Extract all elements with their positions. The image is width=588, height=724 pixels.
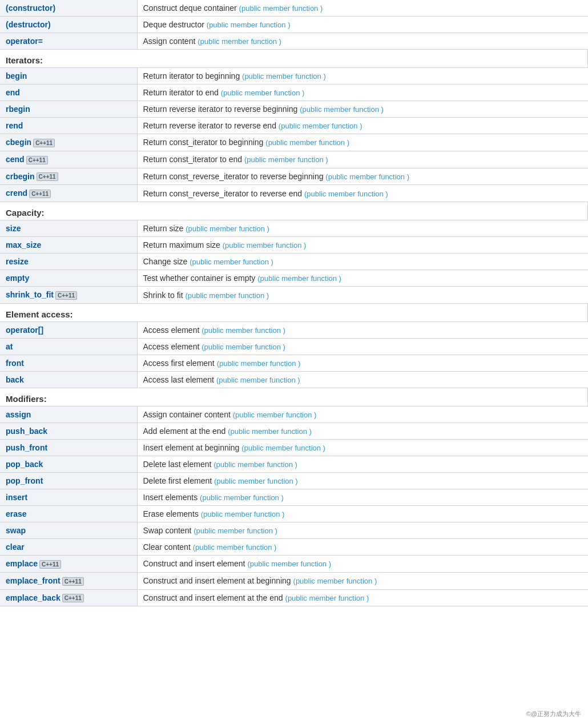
function-name: operator[] [6,325,43,335]
function-name-cell[interactable]: insert [0,489,137,505]
description-cell: Return reverse iterator to reverse end (… [137,118,588,134]
function-name-cell[interactable]: emplace_backC++11 [0,589,137,606]
function-name-cell[interactable]: rbegin [0,101,137,118]
table-row: sizeReturn size (public member function … [0,220,588,237]
public-member-label: (public member function ) [304,190,388,198]
public-member-label: (public member function ) [201,510,285,518]
watermark: ©@正努力成为大牛 [524,709,583,719]
function-name-cell[interactable]: resize [0,254,137,270]
function-name-cell[interactable]: empty [0,270,137,287]
function-name-cell[interactable]: swap [0,522,137,538]
description-cell: Assign container content (public member … [137,406,588,423]
description-text: Add element at the end [143,427,228,436]
description-text: Return const_reverse_iterator to reverse… [143,189,304,198]
function-name-cell[interactable]: end [0,85,137,101]
public-member-label: (public member function ) [214,460,297,469]
function-name: push_back [6,427,47,436]
reference-table: (constructor)Construct deque container (… [0,0,588,606]
table-row: insertInsert elements (public member fun… [0,489,588,505]
description-cell: Return size (public member function ) [137,220,588,237]
function-name-cell[interactable]: begin [0,68,137,85]
function-name-cell[interactable]: back [0,371,137,388]
table-row: cbeginC++11Return const_iterator to begi… [0,134,588,151]
function-name: rbegin [6,104,30,114]
function-name-cell[interactable]: erase [0,505,137,522]
description-cell: Return maximum size (public member funct… [137,237,588,254]
table-row: endReturn iterator to end (public member… [0,85,588,101]
description-text: Access last element [143,375,216,384]
description-text: Test whether container is empty [143,273,258,283]
description-cell: Swap content (public member function ) [137,522,588,538]
description-cell: Insert elements (public member function … [137,489,588,505]
description-text: Return maximum size [143,240,223,250]
description-cell: Return const_reverse_iterator to reverse… [137,185,588,202]
function-name-cell[interactable]: crbeginC++11 [0,168,137,185]
description-text: Construct and insert element [143,559,248,568]
public-member-label: (public member function ) [325,172,409,181]
function-name-cell[interactable]: push_back [0,423,137,439]
description-cell: Return iterator to beginning (public mem… [137,68,588,85]
function-name-cell[interactable]: pop_back [0,456,137,472]
description-cell: Change size (public member function ) [137,254,588,270]
description-text: Shrink to fit [143,291,186,300]
function-name: rend [6,121,23,130]
description-text: Return const_reverse_iterator to reverse… [143,172,326,181]
description-text: Return const_iterator to beginning [143,138,266,147]
function-name-cell[interactable]: (constructor) [0,0,137,17]
function-name-cell[interactable]: max_size [0,237,137,254]
public-member-label: (public member function ) [293,577,377,585]
description-cell: Return const_iterator to beginning (publ… [137,134,588,151]
description-cell: Insert element at beginning (public memb… [137,439,588,456]
function-name-cell[interactable]: push_front [0,439,137,456]
function-name-cell[interactable]: emplace_frontC++11 [0,572,137,589]
function-name: begin [6,71,27,81]
function-name: insert [6,493,27,502]
public-member-label: (public member function ) [198,37,281,46]
public-member-label: (public member function ) [217,359,301,368]
function-name: crend [6,188,27,198]
function-name-cell[interactable]: rend [0,118,137,134]
section-header: Modifiers: [0,388,588,406]
table-row: operator=Assign content (public member f… [0,33,588,50]
function-name-cell[interactable]: assign [0,406,137,423]
table-row: push_frontInsert element at beginning (p… [0,439,588,456]
table-row: max_sizeReturn maximum size (public memb… [0,237,588,254]
public-member-label: (public member function ) [247,560,331,568]
function-name: crbegin [6,172,35,181]
table-row: eraseErase elements (public member funct… [0,505,588,522]
description-cell: Access first element (public member func… [137,355,588,371]
function-name-cell[interactable]: operator[] [0,321,137,338]
public-member-label: (public member function ) [194,526,277,535]
section-header-row: Capacity: [0,202,588,220]
function-name-cell[interactable]: pop_front [0,472,137,489]
function-name-cell[interactable]: crendC++11 [0,185,137,202]
function-name-cell[interactable]: cbeginC++11 [0,134,137,151]
function-name-cell[interactable]: emplaceC++11 [0,555,137,572]
function-name-cell[interactable]: size [0,220,137,237]
table-row: emplace_backC++11Construct and insert el… [0,589,588,606]
function-name-cell[interactable]: cendC++11 [0,151,137,168]
function-name-cell[interactable]: clear [0,538,137,555]
function-name: max_size [6,240,41,250]
function-name-cell[interactable]: at [0,338,137,355]
cpp-version-badge: C++11 [62,594,84,602]
function-name-cell[interactable]: (destructor) [0,17,137,33]
description-cell: Construct deque container (public member… [137,0,588,17]
function-name-cell[interactable]: operator= [0,33,137,50]
description-text: Return size [143,224,186,233]
function-name: pop_front [6,476,43,485]
function-name: (destructor) [6,20,51,29]
public-member-label: (public member function ) [241,444,325,452]
function-name-cell[interactable]: shrink_to_fitC++11 [0,287,137,304]
function-name: front [6,359,24,368]
description-cell: Return iterator to end (public member fu… [137,85,588,101]
description-text: Assign container content [143,410,233,419]
function-name-cell[interactable]: front [0,355,137,371]
public-member-label: (public member function ) [185,291,269,300]
section-header: Capacity: [0,202,588,220]
cpp-version-badge: C++11 [55,291,77,300]
function-name: resize [6,257,29,266]
description-text: Clear content [143,542,193,552]
table-row: emplaceC++11Construct and insert element… [0,555,588,572]
public-member-label: (public member function ) [221,89,305,97]
